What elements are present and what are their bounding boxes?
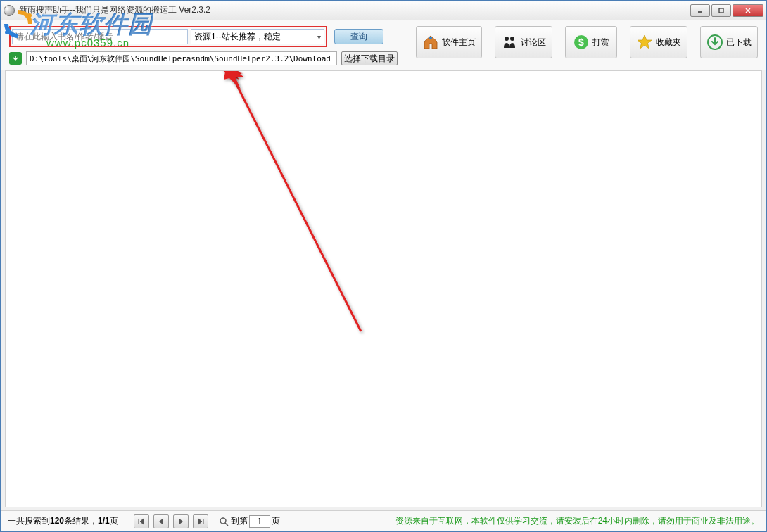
- source-dropdown[interactable]: 资源1--站长推荐，稳定: [191, 29, 324, 44]
- prev-page-button[interactable]: [153, 514, 169, 528]
- nav-forum-button[interactable]: 讨论区: [495, 26, 552, 58]
- choose-directory-button[interactable]: 选择下载目录: [341, 51, 398, 65]
- svg-marker-11: [228, 71, 243, 78]
- nav-home-button[interactable]: 软件主页: [416, 26, 482, 58]
- svg-marker-13: [224, 71, 243, 89]
- svg-point-14: [220, 518, 226, 524]
- search-icon: [218, 516, 229, 527]
- svg-line-10: [228, 71, 361, 331]
- star-icon: [636, 34, 653, 51]
- first-page-icon: [137, 518, 146, 525]
- nav-home-label: 软件主页: [442, 37, 476, 49]
- last-page-button[interactable]: [193, 514, 208, 528]
- download-path-input[interactable]: [26, 51, 337, 65]
- window-title: 新雨搜声助手--我们只是网络资源的搬运工 Ver2.3.2: [19, 4, 690, 16]
- app-window: 新雨搜声助手--我们只是网络资源的搬运工 Ver2.3.2 资源1--站长推荐，…: [0, 0, 767, 532]
- last-page-icon: [196, 518, 205, 525]
- nav-donate-label: 打赏: [592, 37, 609, 49]
- svg-rect-1: [719, 8, 723, 13]
- statusbar: 一共搜索到120条结果，1/1页 到第 页 资源来自于互联网，本软件仅供学习交流…: [1, 510, 766, 531]
- titlebar[interactable]: 新雨搜声助手--我们只是网络资源的搬运工 Ver2.3.2: [1, 1, 766, 20]
- home-icon: [422, 34, 439, 51]
- prev-page-icon: [158, 518, 165, 525]
- first-page-button[interactable]: [134, 514, 149, 528]
- people-icon: [501, 34, 518, 51]
- toolbar: 资源1--站长推荐，稳定 查询 软件主页 讨论区 $: [1, 20, 766, 70]
- maximize-icon: [718, 7, 725, 14]
- maximize-button[interactable]: [711, 4, 731, 17]
- next-page-button[interactable]: [173, 514, 189, 528]
- download-icon: [706, 34, 723, 51]
- close-button[interactable]: [733, 4, 763, 17]
- nav-forum-label: 讨论区: [521, 37, 546, 49]
- dollar-icon: $: [573, 34, 590, 51]
- svg-point-6: [510, 37, 514, 41]
- window-controls: [690, 4, 763, 17]
- results-area: [5, 70, 762, 507]
- svg-line-15: [225, 523, 228, 526]
- nav-downloaded-button[interactable]: 已下载: [700, 26, 758, 58]
- svg-point-5: [505, 37, 509, 41]
- search-input[interactable]: [12, 29, 188, 44]
- minimize-button[interactable]: [690, 4, 710, 17]
- svg-text:$: $: [578, 37, 584, 48]
- download-folder-icon: [9, 52, 22, 65]
- nav-downloaded-label: 已下载: [726, 37, 752, 49]
- minimize-icon: [697, 7, 704, 14]
- svg-point-4: [429, 37, 432, 39]
- source-selected-label: 资源1--站长推荐，稳定: [194, 31, 281, 43]
- nav-favorites-label: 收藏夹: [656, 37, 681, 49]
- query-button[interactable]: 查询: [334, 29, 384, 44]
- app-icon: [4, 5, 15, 16]
- search-highlight: 资源1--站长推荐，稳定: [9, 26, 327, 47]
- next-page-icon: [177, 518, 184, 525]
- goto-page: 到第 页: [218, 515, 280, 528]
- nav-buttons: 软件主页 讨论区 $ 打赏 收藏夹: [416, 26, 758, 58]
- results-count: 一共搜索到120条结果，1/1页: [8, 515, 118, 527]
- annotation-arrow: [6, 71, 428, 423]
- svg-marker-12: [222, 71, 242, 87]
- nav-favorites-button[interactable]: 收藏夹: [630, 26, 687, 58]
- nav-donate-button[interactable]: $ 打赏: [565, 26, 617, 58]
- close-icon: [744, 6, 752, 15]
- disclaimer-text: 资源来自于互联网，本软件仅供学习交流，请安装后在24小时内删除，请勿用于商业及非…: [395, 515, 759, 527]
- page-number-input[interactable]: [249, 515, 270, 528]
